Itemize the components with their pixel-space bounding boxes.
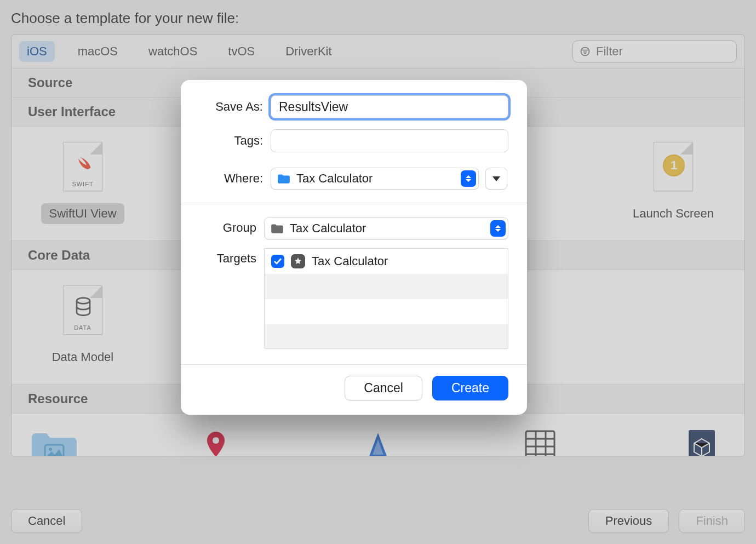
reality-file-icon[interactable] [675, 425, 728, 456]
swift-file-icon: SWIFT [63, 142, 102, 191]
tags-input[interactable] [271, 129, 508, 152]
save-sheet: Save As: Tags: Where: Tax Calculator [181, 80, 527, 415]
tab-driverkit[interactable]: DriverKit [278, 41, 339, 62]
targets-list: Tax Calculator [264, 248, 508, 349]
group-value: Tax Calculator [290, 221, 366, 236]
target-checkbox[interactable] [271, 255, 284, 268]
tab-watchos[interactable]: watchOS [141, 41, 205, 62]
where-label: Where: [199, 171, 271, 186]
folder-icon [277, 173, 291, 185]
svg-point-4 [77, 298, 90, 304]
template-label: Data Model [44, 347, 122, 368]
launch-screen-icon: 1 [654, 142, 693, 191]
data-file-icon: DATA [63, 285, 102, 335]
target-row-empty [265, 274, 508, 299]
tags-label: Tags: [199, 134, 271, 148]
sheet-cancel-button[interactable]: Cancel [345, 376, 422, 400]
target-row[interactable]: Tax Calculator [265, 249, 508, 274]
where-popup[interactable]: Tax Calculator [271, 168, 479, 190]
template-label: SwiftUI View [41, 203, 124, 224]
bg-finish-button: Finish [679, 509, 745, 533]
page-title: Choose a template for your new file: [11, 10, 745, 27]
geojson-icon[interactable] [190, 425, 243, 456]
sheet-create-button[interactable]: Create [432, 376, 508, 400]
save-as-label: Save As: [199, 100, 271, 114]
app-icon [291, 254, 305, 268]
property-list-icon[interactable] [514, 425, 566, 456]
target-row-empty [265, 299, 508, 324]
where-value: Tax Calculator [296, 171, 373, 186]
save-as-input[interactable] [271, 95, 508, 118]
tab-ios[interactable]: iOS [19, 41, 55, 62]
bg-previous-button[interactable]: Previous [588, 509, 669, 533]
expand-location-button[interactable] [485, 168, 507, 190]
filter-icon [580, 46, 591, 57]
asset-catalog-icon[interactable] [28, 425, 81, 456]
group-popup[interactable]: Tax Calculator [264, 217, 508, 239]
gpx-icon[interactable] [352, 425, 404, 456]
group-label: Group [199, 217, 264, 235]
target-name: Tax Calculator [312, 254, 388, 268]
platform-tabs: iOS macOS watchOS tvOS DriverKit [19, 41, 340, 62]
template-label: Launch Screen [625, 203, 721, 224]
filter-placeholder: Filter [596, 44, 623, 59]
folder-icon [270, 222, 284, 234]
bg-cancel-button[interactable]: Cancel [11, 509, 82, 533]
updown-arrows-icon [490, 220, 506, 237]
svg-rect-9 [526, 431, 554, 456]
targets-label: Targets [199, 248, 264, 266]
svg-point-6 [49, 448, 52, 451]
chevron-down-icon [492, 176, 500, 181]
template-swiftui-view[interactable]: SWIFT SwiftUI View [28, 140, 138, 224]
target-row-empty [265, 324, 508, 349]
updown-arrows-icon [461, 170, 476, 187]
filter-input[interactable]: Filter [572, 41, 737, 62]
template-launch-screen[interactable]: 1 Launch Screen [618, 140, 728, 224]
tab-tvos[interactable]: tvOS [220, 41, 262, 62]
tab-macos[interactable]: macOS [70, 41, 125, 62]
svg-point-7 [213, 437, 219, 444]
template-data-model[interactable]: DATA Data Model [28, 283, 138, 368]
